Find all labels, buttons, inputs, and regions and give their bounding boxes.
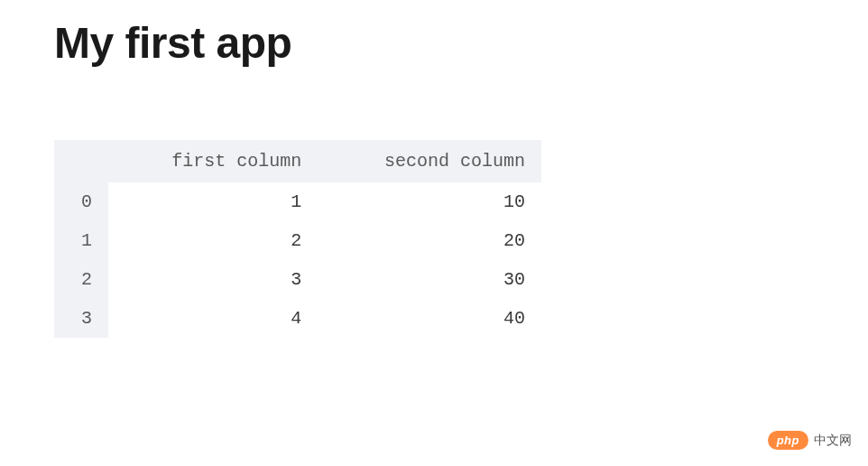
table-cell: 40 xyxy=(318,299,541,338)
table-row: 1 2 20 xyxy=(54,221,541,260)
table-row: 3 4 40 xyxy=(54,299,541,338)
table-column-header: first column xyxy=(108,140,318,182)
table-index-header xyxy=(54,140,108,182)
table-cell: 30 xyxy=(318,260,541,299)
data-table: first column second column 0 1 10 1 2 20… xyxy=(54,140,541,338)
table-row-index: 2 xyxy=(54,260,108,299)
table-column-header: second column xyxy=(318,140,541,182)
watermark-badge: php xyxy=(768,431,808,450)
table-row: 2 3 30 xyxy=(54,260,541,299)
table-cell: 10 xyxy=(318,182,541,221)
table-cell: 3 xyxy=(108,260,318,299)
table-header-row: first column second column xyxy=(54,140,541,182)
table-row-index: 0 xyxy=(54,182,108,221)
table-cell: 2 xyxy=(108,221,318,260)
table-row-index: 1 xyxy=(54,221,108,260)
watermark: php 中文网 xyxy=(768,431,852,450)
table-cell: 4 xyxy=(108,299,318,338)
table-cell: 1 xyxy=(108,182,318,221)
table-cell: 20 xyxy=(318,221,541,260)
table-row-index: 3 xyxy=(54,299,108,338)
table-row: 0 1 10 xyxy=(54,182,541,221)
watermark-text: 中文网 xyxy=(814,433,852,449)
page-title: My first app xyxy=(54,18,814,68)
